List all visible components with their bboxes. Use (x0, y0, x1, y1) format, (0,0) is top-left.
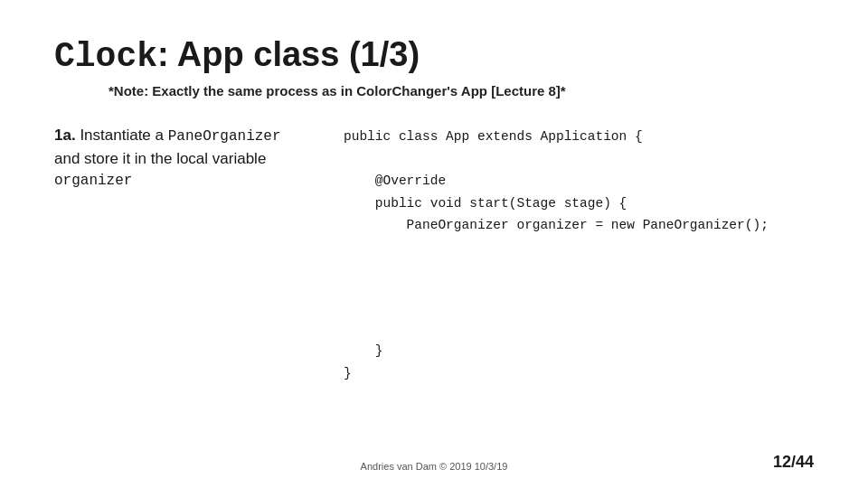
code-line-5: PaneOrganizer organizer = new PaneOrgani… (344, 214, 814, 237)
code-line-1: public class App extends Application { (344, 126, 814, 148)
left-column: 1a. Instantiate a PaneOrganizer and stor… (54, 124, 326, 192)
code-line-2 (344, 147, 814, 170)
code-block: public class App extends Application { @… (344, 124, 814, 384)
closing-brace-2: } (344, 362, 814, 385)
code-line-7 (344, 259, 814, 282)
code-line-8 (344, 281, 814, 304)
footer: Andries van Dam © 2019 10/3/19 (0, 461, 868, 472)
title-class: class (1/3) (253, 35, 420, 73)
page-number: 12/44 (773, 453, 814, 472)
slide: Clock: App class (1/3) *Note: Exactly th… (0, 0, 868, 488)
title-clock: Clock (54, 37, 157, 76)
closing-braces: } } (344, 340, 814, 384)
step-text-line1: Instantiate a PaneOrganizer (80, 127, 280, 144)
slide-title: Clock: App class (1/3) (54, 36, 814, 76)
footer-credit: Andries van Dam © 2019 10/3/19 (361, 461, 508, 472)
code-line-3: @Override (344, 170, 814, 192)
step-number: 1a. (54, 127, 76, 144)
code-line-6 (344, 237, 814, 259)
slide-subtitle: *Note: Exactly the same process as in Co… (108, 83, 814, 99)
pane-organizer-ref: PaneOrganizer (168, 128, 281, 145)
title-colon-app: : App (157, 35, 253, 73)
closing-brace-1: } (344, 340, 814, 362)
step-line2: and store it in the local variable (54, 147, 326, 171)
code-line-4: public void start(Stage stage) { (344, 192, 814, 215)
step-description: 1a. Instantiate a PaneOrganizer (54, 124, 326, 147)
content-area: 1a. Instantiate a PaneOrganizer and stor… (54, 124, 814, 384)
step-line3: organizer (54, 170, 326, 192)
